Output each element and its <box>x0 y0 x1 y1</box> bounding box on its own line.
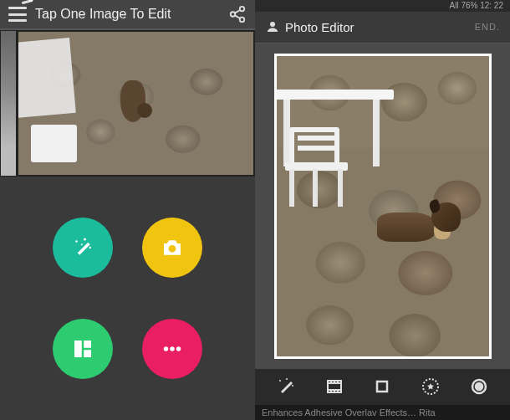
editor-canvas <box>255 44 510 369</box>
svg-point-1 <box>231 12 236 17</box>
svg-rect-11 <box>84 341 91 348</box>
star-badge-button[interactable] <box>418 374 443 399</box>
more-button[interactable] <box>142 319 202 379</box>
svg-point-9 <box>169 245 176 253</box>
svg-rect-12 <box>84 350 91 357</box>
svg-rect-10 <box>74 341 82 357</box>
svg-point-18 <box>286 378 288 380</box>
picker-title: Tap One Image To Edit <box>35 7 228 22</box>
status-bar: All 76% 12: 22 <box>255 0 510 12</box>
svg-line-4 <box>235 15 240 18</box>
camera-icon <box>160 235 185 260</box>
magic-wand-icon <box>276 376 296 397</box>
svg-point-14 <box>171 346 176 351</box>
svg-point-32 <box>476 383 482 390</box>
thumbnail-selected[interactable] <box>17 30 255 177</box>
svg-point-2 <box>240 18 245 22</box>
camera-button[interactable] <box>142 218 202 278</box>
svg-point-13 <box>164 346 169 351</box>
magic-wand-icon <box>70 235 95 260</box>
crop-button[interactable] <box>370 374 395 399</box>
svg-point-6 <box>84 238 86 241</box>
crop-icon <box>372 376 392 397</box>
svg-point-15 <box>176 346 181 351</box>
star-badge-icon <box>421 376 441 397</box>
svg-point-7 <box>89 247 91 249</box>
collage-button[interactable] <box>53 319 113 379</box>
share-icon[interactable] <box>228 5 247 23</box>
photo-editor-panel: All 76% 12: 22 Photo Editor END. <box>255 0 510 420</box>
svg-point-8 <box>81 244 83 246</box>
thumbnail-strip <box>0 30 255 177</box>
action-grid <box>0 177 255 420</box>
vignette-button[interactable] <box>467 374 492 399</box>
vignette-icon <box>469 376 489 397</box>
magic-tool-button[interactable] <box>273 374 298 399</box>
editor-header: Photo Editor END. <box>255 12 510 44</box>
magic-wand-button[interactable] <box>53 218 113 278</box>
thumbnail-prev[interactable] <box>0 30 17 177</box>
left-header: Tap One Image To Edit <box>0 0 255 30</box>
end-label[interactable]: END. <box>475 22 500 32</box>
menu-icon[interactable] <box>8 7 27 22</box>
filmstrip-icon <box>324 376 344 397</box>
more-icon <box>160 336 185 361</box>
svg-point-0 <box>240 7 245 12</box>
svg-point-19 <box>292 385 293 387</box>
status-text: All 76% 12: 22 <box>450 1 504 10</box>
user-icon <box>265 19 280 34</box>
photo-preview[interactable] <box>274 54 492 359</box>
svg-point-16 <box>270 22 275 27</box>
editor-toolbar <box>255 369 510 406</box>
footer-hints: Enhances Adhesive Overlav Effects… Rita <box>255 405 510 420</box>
collage-icon <box>70 336 95 361</box>
filmstrip-button[interactable] <box>322 374 347 399</box>
image-picker-panel: Tap One Image To Edit <box>0 0 255 420</box>
svg-point-5 <box>75 241 78 243</box>
svg-rect-29 <box>377 382 387 392</box>
svg-line-3 <box>235 10 240 13</box>
svg-point-17 <box>279 380 281 382</box>
editor-title: Photo Editor <box>285 20 475 34</box>
